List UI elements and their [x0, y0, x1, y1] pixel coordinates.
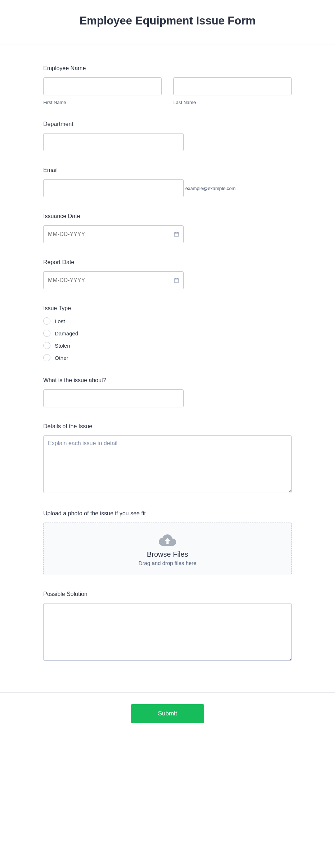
radio-option-stolen[interactable]: Stolen [43, 342, 292, 349]
issue-type-group: Issue Type Lost Damaged Stolen Other [43, 305, 292, 361]
radio-label: Other [55, 355, 68, 361]
radio-circle-icon [43, 342, 50, 349]
file-drop-zone[interactable]: Browse Files Drag and drop files here [43, 523, 292, 575]
issuance-date-group: Issuance Date [43, 213, 292, 243]
email-input[interactable] [43, 179, 184, 197]
upload-label: Upload a photo of the issue if you see f… [43, 510, 292, 517]
cloud-upload-icon [159, 533, 176, 547]
last-name-sublabel: Last Name [173, 100, 292, 105]
radio-option-damaged[interactable]: Damaged [43, 330, 292, 337]
first-name-input[interactable] [43, 77, 162, 95]
radio-option-other[interactable]: Other [43, 354, 292, 361]
employee-name-label: Employee Name [43, 65, 292, 72]
solution-textarea[interactable] [43, 603, 292, 661]
radio-option-lost[interactable]: Lost [43, 317, 292, 325]
radio-circle-icon [43, 330, 50, 337]
issuance-date-label: Issuance Date [43, 213, 292, 220]
form-header: Employee Equipment Issue Form [0, 0, 335, 45]
last-name-input[interactable] [173, 77, 292, 95]
submit-button[interactable]: Submit [131, 704, 205, 723]
details-textarea[interactable] [43, 435, 292, 493]
radio-circle-icon [43, 354, 50, 361]
email-label: Email [43, 167, 292, 173]
drag-drop-text: Drag and drop files here [51, 560, 284, 566]
solution-group: Possible Solution [43, 591, 292, 662]
radio-label: Damaged [55, 330, 78, 336]
employee-name-group: Employee Name First Name Last Name [43, 65, 292, 105]
department-label: Department [43, 121, 292, 127]
details-label: Details of the Issue [43, 423, 292, 430]
issue-type-label: Issue Type [43, 305, 292, 312]
department-input[interactable] [43, 133, 184, 151]
issuance-date-input[interactable] [43, 225, 184, 243]
report-date-group: Report Date [43, 259, 292, 289]
report-date-label: Report Date [43, 259, 292, 266]
page-title: Employee Equipment Issue Form [7, 14, 328, 27]
upload-group: Upload a photo of the issue if you see f… [43, 510, 292, 575]
issue-about-label: What is the issue about? [43, 377, 292, 384]
browse-files-text: Browse Files [51, 550, 284, 559]
department-group: Department [43, 121, 292, 151]
solution-label: Possible Solution [43, 591, 292, 597]
form-body: Employee Name First Name Last Name Depar… [20, 45, 315, 692]
details-group: Details of the Issue [43, 423, 292, 494]
first-name-sublabel: First Name [43, 100, 162, 105]
report-date-input[interactable] [43, 271, 184, 289]
radio-label: Lost [55, 318, 65, 324]
email-sublabel: example@example.com [185, 186, 236, 191]
email-group: Email example@example.com [43, 167, 292, 197]
issue-about-group: What is the issue about? [43, 377, 292, 407]
form-footer: Submit [0, 692, 335, 745]
radio-circle-icon [43, 317, 50, 325]
radio-label: Stolen [55, 343, 70, 349]
issue-about-input[interactable] [43, 389, 184, 407]
